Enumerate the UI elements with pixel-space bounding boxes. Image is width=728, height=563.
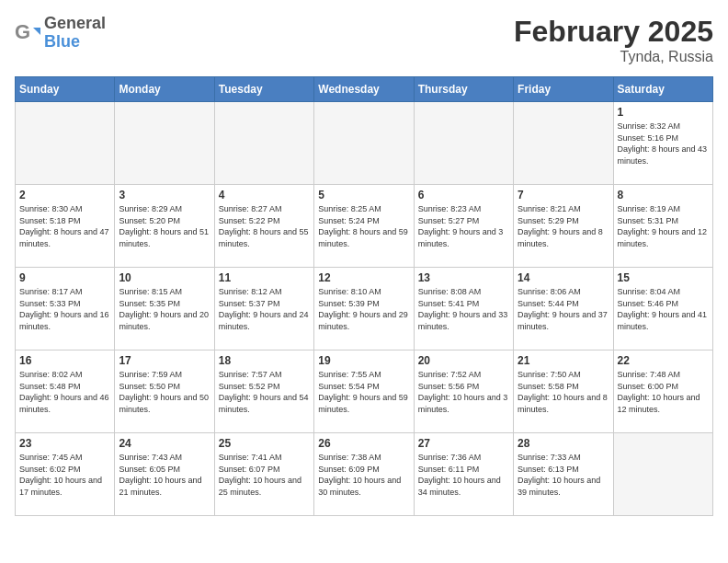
day-info: Sunrise: 8:19 AM Sunset: 5:31 PM Dayligh… [618,203,709,249]
calendar-cell: 24Sunrise: 7:43 AM Sunset: 6:05 PM Dayli… [115,433,214,516]
day-info: Sunrise: 7:55 AM Sunset: 5:54 PM Dayligh… [318,369,409,415]
calendar-cell: 12Sunrise: 8:10 AM Sunset: 5:39 PM Dayli… [314,268,414,350]
day-number: 15 [618,271,709,284]
calendar-cell: 3Sunrise: 8:29 AM Sunset: 5:20 PM Daylig… [115,185,214,268]
day-info: Sunrise: 7:38 AM Sunset: 6:09 PM Dayligh… [318,452,409,498]
calendar-cell: 10Sunrise: 8:15 AM Sunset: 5:35 PM Dayli… [115,268,214,350]
weekday-header-row: SundayMondayTuesdayWednesdayThursdayFrid… [16,77,713,102]
day-number: 3 [119,189,210,201]
day-number: 12 [318,271,409,284]
weekday-header: Friday [514,77,613,102]
logo: G General Blue [15,15,106,52]
week-row: 2Sunrise: 8:30 AM Sunset: 5:18 PM Daylig… [16,185,713,268]
calendar-table: SundayMondayTuesdayWednesdayThursdayFrid… [15,76,713,516]
calendar-cell: 21Sunrise: 7:50 AM Sunset: 5:58 PM Dayli… [514,350,613,433]
day-info: Sunrise: 7:36 AM Sunset: 6:11 PM Dayligh… [418,452,509,498]
day-number: 5 [318,189,409,201]
day-number: 16 [19,354,110,367]
day-number: 7 [518,189,609,201]
day-number: 17 [119,354,210,367]
day-number: 6 [418,189,509,201]
day-number: 23 [19,437,110,450]
calendar-cell: 20Sunrise: 7:52 AM Sunset: 5:56 PM Dayli… [414,350,513,433]
day-number: 1 [618,106,709,119]
week-row: 1Sunrise: 8:32 AM Sunset: 5:16 PM Daylig… [16,102,713,185]
day-info: Sunrise: 8:06 AM Sunset: 5:44 PM Dayligh… [518,286,609,332]
day-info: Sunrise: 8:21 AM Sunset: 5:29 PM Dayligh… [518,203,609,249]
day-info: Sunrise: 7:50 AM Sunset: 5:58 PM Dayligh… [518,369,609,415]
day-number: 18 [219,354,310,367]
week-row: 9Sunrise: 8:17 AM Sunset: 5:33 PM Daylig… [16,268,713,350]
day-info: Sunrise: 8:23 AM Sunset: 5:27 PM Dayligh… [418,203,509,249]
calendar-cell: 1Sunrise: 8:32 AM Sunset: 5:16 PM Daylig… [613,102,712,185]
day-number: 28 [518,437,609,450]
day-info: Sunrise: 8:12 AM Sunset: 5:37 PM Dayligh… [219,286,310,332]
day-number: 24 [119,437,210,450]
calendar-cell: 2Sunrise: 8:30 AM Sunset: 5:18 PM Daylig… [16,185,115,268]
calendar-cell: 26Sunrise: 7:38 AM Sunset: 6:09 PM Dayli… [314,433,414,516]
day-info: Sunrise: 7:52 AM Sunset: 5:56 PM Dayligh… [418,369,509,415]
day-number: 20 [418,354,509,367]
day-info: Sunrise: 7:59 AM Sunset: 5:50 PM Dayligh… [119,369,210,415]
calendar-cell: 23Sunrise: 7:45 AM Sunset: 6:02 PM Dayli… [16,433,115,516]
calendar-cell: 11Sunrise: 8:12 AM Sunset: 5:37 PM Dayli… [214,268,313,350]
day-number: 25 [219,437,310,450]
calendar-cell: 25Sunrise: 7:41 AM Sunset: 6:07 PM Dayli… [214,433,313,516]
calendar-cell [613,433,712,516]
day-info: Sunrise: 7:48 AM Sunset: 6:00 PM Dayligh… [618,369,709,415]
day-number: 2 [19,189,110,201]
day-number: 22 [618,354,709,367]
day-info: Sunrise: 8:02 AM Sunset: 5:48 PM Dayligh… [19,369,110,415]
day-info: Sunrise: 8:17 AM Sunset: 5:33 PM Dayligh… [19,286,110,332]
day-number: 14 [518,271,609,284]
calendar-cell: 4Sunrise: 8:27 AM Sunset: 5:22 PM Daylig… [214,185,313,268]
month-title: February 2025 [514,15,713,49]
weekday-header: Sunday [16,77,115,102]
calendar-cell: 13Sunrise: 8:08 AM Sunset: 5:41 PM Dayli… [414,268,513,350]
day-number: 27 [418,437,509,450]
calendar-cell: 6Sunrise: 8:23 AM Sunset: 5:27 PM Daylig… [414,185,513,268]
day-info: Sunrise: 8:32 AM Sunset: 5:16 PM Dayligh… [618,121,709,167]
week-row: 16Sunrise: 8:02 AM Sunset: 5:48 PM Dayli… [16,350,713,433]
day-number: 10 [119,271,210,284]
weekday-header: Thursday [414,77,513,102]
calendar-cell: 14Sunrise: 8:06 AM Sunset: 5:44 PM Dayli… [514,268,613,350]
page-header: G General Blue February 2025 Tynda, Russ… [15,15,713,65]
day-info: Sunrise: 7:41 AM Sunset: 6:07 PM Dayligh… [219,452,310,498]
calendar-cell [514,102,613,185]
day-number: 13 [418,271,509,284]
day-info: Sunrise: 8:25 AM Sunset: 5:24 PM Dayligh… [318,203,409,249]
calendar-cell [16,102,115,185]
week-row: 23Sunrise: 7:45 AM Sunset: 6:02 PM Dayli… [16,433,713,516]
logo-general: General [44,15,106,33]
day-info: Sunrise: 8:29 AM Sunset: 5:20 PM Dayligh… [119,203,210,249]
weekday-header: Saturday [613,77,712,102]
calendar-cell: 8Sunrise: 8:19 AM Sunset: 5:31 PM Daylig… [613,185,712,268]
logo-icon: G [15,20,40,46]
day-info: Sunrise: 8:10 AM Sunset: 5:39 PM Dayligh… [318,286,409,332]
day-number: 26 [318,437,409,450]
calendar-cell [115,102,214,185]
svg-text:G: G [15,20,30,43]
calendar-cell: 28Sunrise: 7:33 AM Sunset: 6:13 PM Dayli… [514,433,613,516]
title-block: February 2025 Tynda, Russia [514,15,713,65]
day-info: Sunrise: 8:04 AM Sunset: 5:46 PM Dayligh… [618,286,709,332]
calendar-cell: 5Sunrise: 8:25 AM Sunset: 5:24 PM Daylig… [314,185,414,268]
day-info: Sunrise: 8:15 AM Sunset: 5:35 PM Dayligh… [119,286,210,332]
day-info: Sunrise: 7:57 AM Sunset: 5:52 PM Dayligh… [219,369,310,415]
calendar-cell: 15Sunrise: 8:04 AM Sunset: 5:46 PM Dayli… [613,268,712,350]
location: Tynda, Russia [514,49,713,65]
day-number: 8 [618,189,709,201]
logo-blue: Blue [44,33,106,52]
day-info: Sunrise: 7:33 AM Sunset: 6:13 PM Dayligh… [518,452,609,498]
calendar-cell: 7Sunrise: 8:21 AM Sunset: 5:29 PM Daylig… [514,185,613,268]
calendar-cell [414,102,513,185]
day-number: 21 [518,354,609,367]
calendar-cell: 22Sunrise: 7:48 AM Sunset: 6:00 PM Dayli… [613,350,712,433]
weekday-header: Wednesday [314,77,414,102]
calendar-cell: 18Sunrise: 7:57 AM Sunset: 5:52 PM Dayli… [214,350,313,433]
calendar-cell: 27Sunrise: 7:36 AM Sunset: 6:11 PM Dayli… [414,433,513,516]
calendar-cell [314,102,414,185]
day-info: Sunrise: 7:45 AM Sunset: 6:02 PM Dayligh… [19,452,110,498]
logo-text: General Blue [44,15,106,52]
